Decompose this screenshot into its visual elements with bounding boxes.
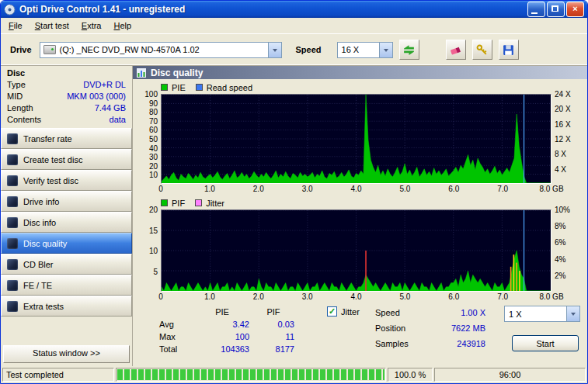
y-tick-label: 20 bbox=[149, 206, 158, 214]
pie-y-axis-left-labels: 100908070605040302010 bbox=[133, 94, 161, 184]
y-tick-label: 2% bbox=[555, 272, 565, 280]
toolbar: Drive (Q:) _NEC DVD_RW ND-4570A 1.02 Spe… bbox=[1, 34, 587, 66]
maximize-button[interactable] bbox=[547, 2, 565, 17]
x-tick-label: 0 bbox=[158, 292, 163, 301]
pif-y-axis-left-labels: 2015105 bbox=[133, 209, 161, 292]
menu-help[interactable]: Help bbox=[107, 19, 137, 32]
x-tick-label: 2.0 bbox=[253, 185, 264, 193]
disc-info-label: MID bbox=[7, 92, 23, 101]
table-row: Max 100 11 bbox=[159, 330, 296, 343]
sidebar-item-label: Drive info bbox=[23, 197, 59, 206]
disc-length-value: 7.44 GB bbox=[95, 103, 126, 112]
x-tick-label: 5.0 bbox=[399, 185, 410, 193]
status-window-button[interactable]: Status window >> bbox=[3, 345, 130, 363]
plot-svg bbox=[162, 210, 551, 291]
menu-start-test[interactable]: Start test bbox=[29, 19, 75, 32]
create-test-disc-icon bbox=[7, 154, 18, 165]
extra-tests-icon bbox=[7, 301, 18, 312]
disc-contents-value: data bbox=[110, 115, 126, 124]
jitter-label: Jitter bbox=[341, 307, 360, 317]
pif-plot-area bbox=[161, 209, 551, 292]
app-icon bbox=[4, 4, 16, 16]
x-tick-label: 3.0 bbox=[302, 292, 313, 301]
x-tick-label: 1.0 bbox=[204, 292, 215, 301]
window-title: Opti Drive Control 1.41 - unregistered bbox=[19, 4, 524, 15]
table-row: Avg 3.42 0.03 bbox=[159, 318, 296, 330]
chevron-down-icon[interactable] bbox=[268, 43, 281, 57]
menu-bar: File Start test Extra Help bbox=[1, 18, 587, 34]
position-readout-value: 7622 MB bbox=[425, 323, 485, 333]
jitter-checkbox[interactable]: ✓ Jitter bbox=[327, 306, 360, 317]
sidebar-item-extra-tests[interactable]: Extra tests bbox=[1, 296, 132, 317]
table-row: Total 104363 8177 bbox=[159, 343, 296, 355]
y-tick-label: 60 bbox=[149, 126, 158, 134]
checkmark-icon[interactable]: ✓ bbox=[327, 306, 337, 317]
speed-select[interactable]: 16 X bbox=[337, 42, 393, 58]
refresh-button[interactable] bbox=[399, 40, 419, 60]
y-tick-label: 50 bbox=[149, 135, 158, 144]
stats-section: PIE PIF Avg 3.42 0.03 Max 100 11 Total bbox=[133, 306, 587, 366]
pie-chart: PIERead speed 100908070605040302010 24 X… bbox=[133, 79, 587, 195]
sidebar-item-create-test-disc[interactable]: Create test disc bbox=[1, 149, 132, 170]
sidebar-item-fe-te[interactable]: FE / TE bbox=[1, 275, 132, 296]
y-tick-label: 16 X bbox=[555, 120, 571, 129]
y-tick-label: 6% bbox=[555, 238, 565, 247]
y-tick-label: 4% bbox=[555, 255, 565, 264]
legend-label: PIF bbox=[172, 199, 185, 208]
erase-button[interactable] bbox=[446, 40, 466, 60]
drive-label: Drive bbox=[10, 45, 32, 54]
legend-label: Read speed bbox=[207, 83, 252, 92]
elapsed-time: 96:00 bbox=[434, 368, 586, 382]
menu-file[interactable]: File bbox=[2, 19, 29, 32]
app-window: Opti Drive Control 1.41 - unregistered ×… bbox=[0, 0, 588, 384]
y-tick-label: 20 bbox=[149, 162, 158, 171]
speed-readout-label: Speed bbox=[375, 308, 425, 317]
menu-extra[interactable]: Extra bbox=[75, 19, 108, 32]
pif-column-header: PIF bbox=[251, 307, 296, 317]
avg-pie-value: 3.42 bbox=[193, 320, 251, 329]
legend-label: PIE bbox=[172, 83, 186, 92]
disc-quality-icon bbox=[7, 238, 18, 249]
pif-x-axis-labels: 01.02.03.04.05.06.07.08.0 GB bbox=[161, 292, 551, 303]
y-tick-label: 30 bbox=[149, 153, 158, 161]
y-tick-label: 12 X bbox=[555, 135, 571, 144]
sidebar-item-disc-info[interactable]: Disc info bbox=[1, 212, 132, 233]
legend-swatch bbox=[161, 199, 168, 206]
x-tick-label: 4.0 bbox=[351, 185, 362, 193]
eraser-icon bbox=[449, 43, 462, 57]
pie-chart-legend: PIERead speed bbox=[161, 82, 587, 92]
minimize-button[interactable] bbox=[527, 2, 545, 17]
table-header-row: PIE PIF bbox=[159, 306, 296, 318]
close-button[interactable]: × bbox=[566, 2, 584, 17]
pif-y-axis-right-labels: 10%8%6%4%2% bbox=[551, 209, 587, 292]
transfer-rate-icon bbox=[7, 133, 18, 144]
sidebar-item-transfer-rate[interactable]: Transfer rate bbox=[1, 128, 132, 149]
license-button[interactable] bbox=[472, 40, 492, 60]
sidebar-item-cd-bler[interactable]: CD Bler bbox=[1, 254, 132, 275]
sidebar-item-label: Create test disc bbox=[23, 155, 82, 164]
progress-bar bbox=[116, 368, 386, 382]
total-label: Total bbox=[159, 344, 193, 354]
write-speed-select[interactable]: 1 X bbox=[504, 306, 580, 322]
drive-select[interactable]: (Q:) _NEC DVD_RW ND-4570A 1.02 bbox=[40, 42, 282, 58]
sidebar-item-verify-test-disc[interactable]: Verify test disc bbox=[1, 170, 132, 191]
sidebar-item-drive-info[interactable]: Drive info bbox=[1, 191, 132, 212]
sidebar-item-label: Verify test disc bbox=[23, 176, 78, 185]
total-pie-value: 104363 bbox=[193, 344, 251, 354]
panel-title: Disc quality bbox=[151, 67, 203, 78]
sidebar-item-label: Extra tests bbox=[23, 302, 64, 311]
sidebar-item-disc-quality[interactable]: Disc quality bbox=[1, 233, 132, 254]
start-button[interactable]: Start bbox=[512, 335, 579, 351]
x-tick-label: 7.0 bbox=[497, 292, 508, 301]
title-bar[interactable]: Opti Drive Control 1.41 - unregistered × bbox=[1, 1, 587, 18]
pie-column-header: PIE bbox=[193, 307, 251, 317]
sidebar-item-label: CD Bler bbox=[23, 260, 54, 269]
progress-percent: 100.0 % bbox=[388, 368, 433, 382]
chevron-down-icon[interactable] bbox=[379, 43, 392, 57]
save-button[interactable] bbox=[499, 40, 519, 60]
x-tick-label: 6.0 bbox=[448, 185, 459, 193]
y-tick-label: 24 X bbox=[555, 90, 571, 99]
maximize-icon bbox=[551, 5, 558, 12]
chevron-down-icon[interactable] bbox=[566, 306, 579, 321]
drive-select-value: (Q:) _NEC DVD_RW ND-4570A 1.02 bbox=[56, 45, 268, 54]
